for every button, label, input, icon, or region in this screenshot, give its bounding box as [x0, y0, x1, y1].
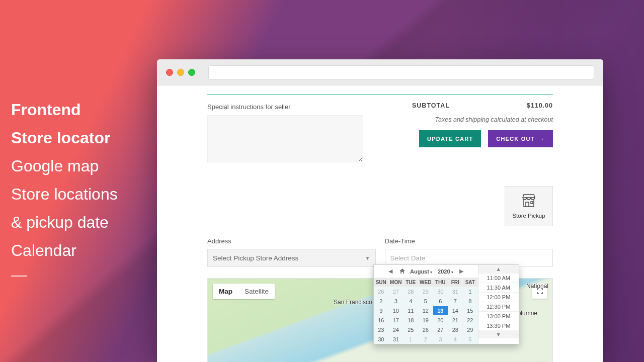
calendar-day[interactable]: 4: [404, 296, 419, 306]
store-pickup-label: Store Pickup: [512, 213, 545, 219]
map-type-map[interactable]: Map: [213, 284, 238, 299]
divider: [11, 276, 27, 277]
city-national: National: [526, 283, 548, 290]
prev-month-button[interactable]: ◀: [386, 267, 394, 276]
promo-line-1: Google map: [11, 152, 118, 180]
address-label: Address: [207, 237, 376, 245]
minimize-icon[interactable]: [177, 69, 184, 76]
day-name: WED: [419, 278, 434, 287]
dp-month[interactable]: August: [410, 268, 429, 275]
update-cart-button[interactable]: UPDATE CART: [419, 130, 481, 147]
calendar-day[interactable]: 24: [389, 325, 404, 334]
calendar-day[interactable]: 8: [463, 296, 478, 306]
calendar-day[interactable]: 5: [463, 334, 478, 344]
time-scroll-down[interactable]: ▼: [478, 330, 519, 338]
city-sf: San Francisco: [334, 299, 372, 306]
calendar-day[interactable]: 19: [419, 315, 434, 325]
address-select-placeholder: Select Pickup Store Address: [213, 254, 298, 262]
calendar-day[interactable]: 7: [448, 296, 463, 306]
address-bar[interactable]: [208, 65, 594, 79]
calendar-day[interactable]: 29: [419, 287, 434, 296]
time-option[interactable]: 12:00 PM: [478, 292, 519, 302]
close-icon[interactable]: [166, 69, 173, 76]
address-select[interactable]: Select Pickup Store Address ▼: [207, 249, 376, 267]
page-content: Special instructions for seller SUBTOTAL…: [157, 85, 603, 362]
calendar-day[interactable]: 16: [374, 315, 389, 325]
time-option[interactable]: 11:00 AM: [478, 273, 519, 283]
home-icon[interactable]: [397, 267, 407, 276]
day-name: THU: [433, 278, 448, 287]
time-option[interactable]: 11:30 AM: [478, 283, 519, 292]
store-pickup-button[interactable]: Store Pickup: [505, 186, 553, 226]
window-chrome: [157, 59, 603, 85]
datepicker: ◀ August▾ 2020▾ ▶ SUNMONTUEWEDTHUFRISAT2…: [373, 264, 519, 344]
calendar-day[interactable]: 6: [433, 296, 448, 306]
calendar-day[interactable]: 21: [448, 315, 463, 325]
calendar-day[interactable]: 17: [389, 315, 404, 325]
section-rule: [207, 95, 553, 95]
instructions-textarea[interactable]: [207, 115, 363, 162]
map-type-satellite[interactable]: Satellite: [238, 284, 275, 299]
arrow-right-icon: →: [539, 136, 545, 142]
instructions-label: Special instructions for seller: [207, 103, 290, 111]
calendar-day[interactable]: 14: [448, 306, 463, 315]
calendar-day[interactable]: 28: [448, 325, 463, 334]
calendar-day[interactable]: 2: [374, 296, 389, 306]
calendar-day[interactable]: 2: [419, 334, 434, 344]
calendar-day[interactable]: 11: [404, 306, 419, 315]
checkout-label: CHECK OUT: [496, 136, 534, 142]
day-name: TUE: [404, 278, 419, 287]
calendar-day[interactable]: 23: [374, 325, 389, 334]
calendar-day[interactable]: 10: [389, 306, 404, 315]
time-option[interactable]: 12:30 PM: [478, 302, 519, 311]
maximize-icon[interactable]: [188, 69, 195, 76]
dp-year[interactable]: 2020: [438, 268, 450, 275]
calendar-day[interactable]: 26: [374, 287, 389, 296]
time-option[interactable]: 13:00 PM: [478, 311, 519, 321]
subtotal-label: SUBTOTAL: [412, 102, 450, 109]
taxes-note: Taxes and shipping calculated at checkou…: [412, 116, 553, 123]
calendar-day[interactable]: 31: [389, 334, 404, 344]
promo-line-4: Calendar: [11, 236, 118, 264]
calendar-day[interactable]: 3: [433, 334, 448, 344]
chevron-down-icon: ▾: [451, 270, 453, 275]
promo-line-2: Store locations: [11, 180, 118, 208]
calendar-day[interactable]: 30: [433, 287, 448, 296]
calendar-day[interactable]: 28: [404, 287, 419, 296]
chevron-down-icon: ▾: [430, 270, 432, 275]
next-month-button[interactable]: ▶: [457, 267, 465, 276]
calendar-day[interactable]: 12: [419, 306, 434, 315]
calendar-day[interactable]: 9: [374, 306, 389, 315]
calendar-day[interactable]: 1: [404, 334, 419, 344]
day-name: SAT: [463, 278, 478, 287]
store-icon: [521, 194, 537, 210]
svg-rect-0: [531, 202, 533, 204]
checkout-button[interactable]: CHECK OUT →: [488, 130, 553, 147]
calendar-day[interactable]: 20: [433, 315, 448, 325]
time-scroll-up[interactable]: ▲: [478, 265, 519, 273]
calendar-day[interactable]: 13: [433, 306, 448, 315]
calendar-day[interactable]: 27: [389, 287, 404, 296]
chevron-down-icon: ▼: [365, 255, 370, 261]
calendar-day[interactable]: 1: [463, 287, 478, 296]
calendar-day[interactable]: 4: [448, 334, 463, 344]
calendar-day[interactable]: 27: [433, 325, 448, 334]
calendar-day[interactable]: 15: [463, 306, 478, 315]
calendar-day[interactable]: 5: [419, 296, 434, 306]
calendar-day[interactable]: 30: [374, 334, 389, 344]
calendar-day[interactable]: 3: [389, 296, 404, 306]
day-name: SUN: [374, 278, 389, 287]
calendar-day[interactable]: 18: [404, 315, 419, 325]
calendar-day[interactable]: 25: [404, 325, 419, 334]
promo-title-2: Store locator: [11, 124, 118, 152]
promo-line-3: & pickup date: [11, 208, 118, 236]
calendar-day[interactable]: 26: [419, 325, 434, 334]
day-name: FRI: [448, 278, 463, 287]
time-option[interactable]: 13:30 PM: [478, 321, 519, 330]
subtotal-value: $110.00: [527, 102, 553, 109]
calendar-day[interactable]: 31: [448, 287, 463, 296]
calendar-day[interactable]: 29: [463, 325, 478, 334]
calendar-day[interactable]: 22: [463, 315, 478, 325]
calendar-grid: SUNMONTUEWEDTHUFRISAT2627282930311234567…: [374, 278, 478, 344]
browser-window: Special instructions for seller SUBTOTAL…: [157, 59, 603, 362]
